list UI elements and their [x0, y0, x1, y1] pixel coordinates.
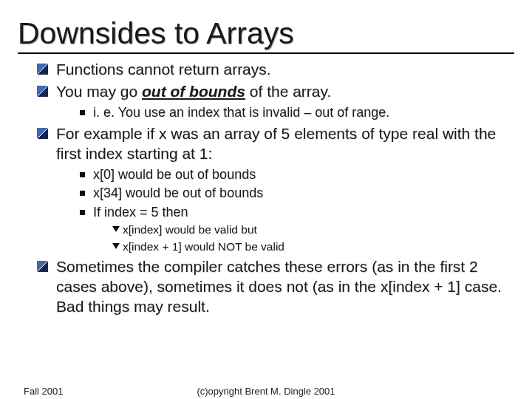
slide: Downsides to Arrays Functions cannot ret… [0, 0, 532, 399]
subsub-bullet-text: x[index + 1] would NOT be valid [123, 240, 284, 253]
bullet-item: You may go out of bounds of the array. i… [35, 82, 514, 121]
subsub-bullet-text: x[index] would be valid but [123, 223, 257, 236]
sub-bullet-list: x[0] would be out of bounds x[34] would … [77, 166, 514, 254]
sub-bullet-item: x[0] would be out of bounds [77, 166, 514, 183]
sub-bullet-item: x[34] would be out of bounds [77, 185, 514, 202]
bullet-list: Functions cannot return arrays. You may … [35, 60, 514, 317]
emphasis-out-of-bounds: out of bounds [142, 83, 245, 100]
bullet-text: Sometimes the compiler catches these err… [56, 258, 502, 315]
bullet-text: For example if x was an array of 5 eleme… [56, 125, 496, 162]
sub-bullet-item: i. e. You use an index that is invalid –… [77, 104, 514, 121]
title-divider [18, 52, 514, 54]
sub-bullet-list: i. e. You use an index that is invalid –… [77, 104, 514, 121]
sub-bullet-text: x[0] would be out of bounds [93, 167, 256, 182]
sub-bullet-text: If index = 5 then [93, 205, 188, 219]
subsub-bullet-item: x[index] would be valid but [109, 222, 514, 237]
bullet-text: You may go [56, 83, 142, 100]
slide-title: Downsides to Arrays [18, 16, 514, 51]
sub-bullet-text: i. e. You use an index that is invalid –… [93, 105, 389, 120]
footer-center: (c)opyright Brent M. Dingle 2001 [0, 386, 532, 397]
bullet-item: Functions cannot return arrays. [35, 60, 514, 80]
sub-bullet-item: If index = 5 then x[index] would be vali… [77, 204, 514, 254]
bullet-item: Sometimes the compiler catches these err… [35, 257, 514, 317]
bullet-item: For example if x was an array of 5 eleme… [35, 124, 514, 254]
sub-bullet-text: x[34] would be out of bounds [93, 185, 263, 200]
bullet-text: of the array. [245, 83, 331, 100]
subsub-bullet-list: x[index] would be valid but x[index + 1]… [109, 222, 514, 254]
subsub-bullet-item: x[index + 1] would NOT be valid [109, 239, 514, 254]
bullet-text: Functions cannot return arrays. [56, 61, 271, 78]
